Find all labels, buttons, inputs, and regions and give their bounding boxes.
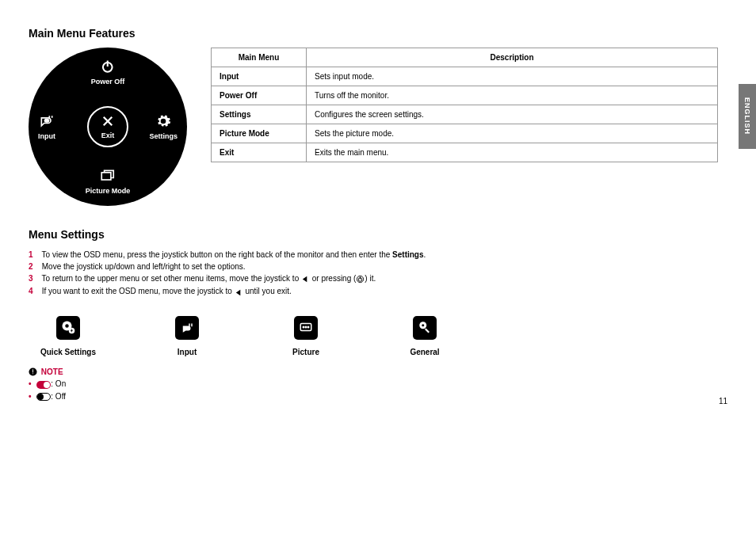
main-menu-features-heading: Main Menu Features (29, 27, 727, 40)
main-menu-table: Main Menu Description InputSets input mo… (211, 48, 718, 162)
power-icon (100, 59, 116, 76)
dial-diagram: Power Off Settings Picture Mode (29, 48, 187, 206)
settings-icons-row: Quick Settings Input Picture General (36, 316, 727, 356)
picture-icon (299, 320, 313, 336)
steps-list: 1 To view the OSD menu, press the joysti… (29, 249, 727, 299)
svg-point-20 (307, 326, 309, 328)
svg-point-12 (65, 324, 69, 328)
svg-marker-10 (236, 289, 241, 295)
toggle-on-icon (36, 381, 51, 389)
note-heading: NOTE (29, 367, 727, 377)
triangle-left-icon (235, 287, 243, 297)
dial-right: Settings (149, 113, 178, 140)
step-1: 1 To view the OSD menu, press the joysti… (29, 249, 727, 261)
note-icon (29, 367, 39, 376)
note-on: • : On (29, 379, 727, 388)
note-off: • : Off (29, 392, 727, 401)
power-icon (356, 274, 365, 284)
picture-mode-icon (100, 168, 116, 185)
dial-left: Input (38, 113, 55, 140)
plug-icon (39, 113, 55, 131)
svg-rect-25 (32, 374, 33, 375)
picture-item: Picture (274, 316, 338, 356)
dial-bottom: Picture Mode (86, 168, 131, 195)
gear-bolt-icon (61, 320, 75, 336)
close-icon (101, 114, 115, 130)
page-number: 11 (719, 397, 727, 405)
svg-rect-3 (44, 119, 50, 123)
svg-point-18 (305, 326, 307, 328)
table-head-desc: Description (307, 48, 718, 67)
step-4: 4 If you want to exit the OSD menu, move… (29, 285, 727, 298)
step-2: 2 Move the joystick up/down and left/rig… (29, 261, 727, 272)
table-row: Picture ModeSets the picture mode. (212, 124, 718, 143)
svg-marker-6 (303, 276, 307, 282)
table-head-menu: Main Menu (212, 48, 307, 67)
input-item: Input (155, 316, 219, 356)
svg-point-19 (303, 326, 304, 328)
general-item: General (393, 316, 456, 356)
quick-settings-item: Quick Settings (36, 316, 100, 356)
table-row: ExitExits the main menu. (212, 143, 718, 162)
plug-icon (180, 320, 194, 336)
dial-center: Exit (87, 106, 128, 147)
toggle-off-icon (36, 393, 51, 401)
triangle-left-icon (301, 274, 310, 284)
svg-rect-24 (32, 370, 33, 373)
table-row: InputSets input mode. (212, 67, 718, 86)
step-3: 3 To return to the upper menu or set oth… (29, 272, 727, 285)
gear-icon (155, 113, 171, 131)
svg-rect-2 (101, 173, 111, 180)
wrench-gear-icon (418, 320, 432, 336)
menu-settings-heading: Menu Settings (29, 228, 727, 241)
dial-top: Power Off (91, 59, 125, 86)
svg-point-22 (422, 324, 424, 326)
language-tab: ENGLISH (739, 84, 756, 149)
table-row: Power OffTurns off the monitor. (212, 86, 718, 105)
table-row: SettingsConfigures the screen settings. (212, 105, 718, 124)
